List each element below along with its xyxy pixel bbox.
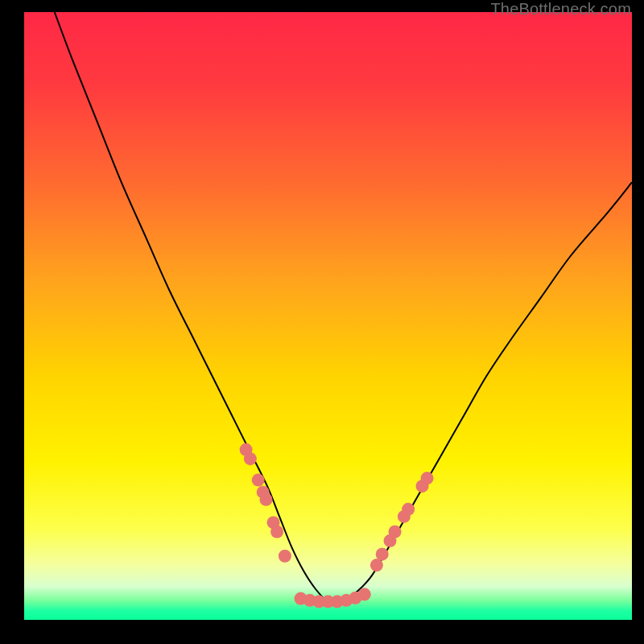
point-sample-points-right <box>389 526 402 539</box>
chart-frame: TheBottleneck.com <box>0 0 644 644</box>
point-sample-points-left <box>279 550 291 563</box>
point-sample-points-left <box>270 526 283 539</box>
point-sample-points-left <box>244 452 257 465</box>
chart-background <box>24 12 632 620</box>
point-sample-points-left <box>259 493 272 506</box>
point-sample-points-right <box>376 547 389 560</box>
point-sample-points-right <box>370 559 383 572</box>
watermark-text: TheBottleneck.com <box>490 0 631 19</box>
point-sample-points-left <box>252 473 265 486</box>
chart-plot <box>24 12 632 620</box>
point-sample-points-bottom <box>358 588 371 601</box>
point-sample-points-right <box>421 472 434 485</box>
point-sample-points-right <box>402 503 415 516</box>
